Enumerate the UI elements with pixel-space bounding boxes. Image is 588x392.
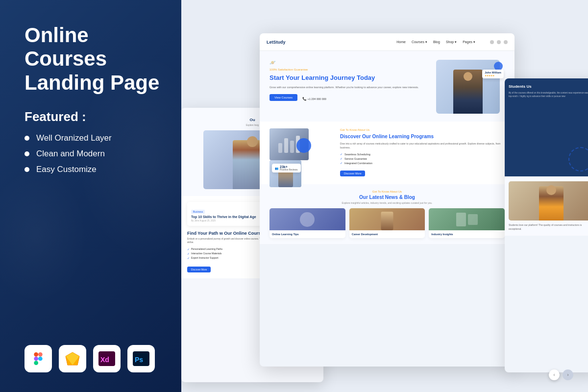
bullet-icon xyxy=(24,167,29,172)
nav-pages: Pages ▾ xyxy=(463,40,475,44)
svg-rect-0 xyxy=(34,352,38,357)
mockup-main: LetStudy Home Courses ▾ Blog Shop ▾ Page… xyxy=(260,33,514,367)
nav-icon-group xyxy=(490,40,508,44)
rm-light-section: Students love our platform! The quality … xyxy=(505,176,588,236)
main-title: Online Courses Landing Page xyxy=(24,24,162,95)
rm-title: Students Us xyxy=(509,84,588,89)
about-feature-2: ✓Service Guarantee xyxy=(340,157,505,160)
about-features: ✓Seamless Scheduling ✓Service Guarantee … xyxy=(340,152,505,165)
blog-title: Our Latest News & Blog xyxy=(270,195,505,200)
about-desc: Dive into a rich array of courses meticu… xyxy=(340,142,505,149)
nav-courses: Courses ▾ xyxy=(412,40,427,44)
user-nav-icon xyxy=(504,40,508,44)
blog-section: Get To Know About Us Our Latest News & B… xyxy=(260,184,514,244)
figma-tool-icon xyxy=(24,345,52,372)
blog-card-img-1 xyxy=(270,208,345,230)
nav-blog: Blog xyxy=(433,40,440,44)
about-right: Get To Know About Us Discover Our Online… xyxy=(340,128,505,177)
blog-card-img-3 xyxy=(429,208,505,230)
right-panel: Ou Explore Insig Business Top 10 Skills … xyxy=(181,0,588,392)
blog-tag: Get To Know About Us xyxy=(270,190,505,193)
about-title: Discover Our Online Learning Programs xyxy=(340,133,505,140)
pagination-dots: ‹ › xyxy=(549,369,573,380)
nav-logo: LetStudy xyxy=(267,40,286,45)
left-panel: Online Courses Landing Page Featured : W… xyxy=(0,0,181,392)
rm-desc: lify of the courses offered on this know… xyxy=(509,92,588,98)
bullet-icon xyxy=(24,136,29,141)
left-top: Online Courses Landing Page Featured : W… xyxy=(24,24,162,174)
svg-rect-3 xyxy=(34,361,38,365)
feature-list: Well Oranized Layer Clean and Modern Eas… xyxy=(24,133,162,174)
ps-tool-icon: Ps xyxy=(127,345,155,372)
hero-person-figure xyxy=(453,70,483,114)
featured-label: Featured : xyxy=(24,109,162,124)
hero-image xyxy=(436,60,500,114)
blog-desc: Explore insightful articles, industry tr… xyxy=(270,201,505,204)
stats-badge: 👥 23k+ Positive Reviews xyxy=(272,164,301,172)
mockup-right: Students Us lify of the courses offered … xyxy=(505,78,588,372)
lm-discover-btn[interactable]: Discover More xyxy=(187,267,211,272)
bell-nav-icon xyxy=(497,40,501,44)
about-section: 👥 23k+ Positive Reviews Get To Know Abou… xyxy=(260,122,514,184)
svg-point-4 xyxy=(38,357,43,361)
nav-shop: Shop ▾ xyxy=(446,40,457,44)
about-feature-1: ✓Seamless Scheduling xyxy=(340,152,505,156)
blog-card-3: Industry Insights xyxy=(429,208,505,238)
hero-phone: 📞 +1 234 000 000 xyxy=(302,97,326,101)
blog-card-title-1: Online Learning Tips xyxy=(272,233,343,236)
rm-person-image xyxy=(509,181,588,220)
hero-right: John William ★★★★★ xyxy=(436,60,505,114)
tool-icons: Xd Ps xyxy=(24,345,162,372)
about-images: 👥 23k+ Positive Reviews xyxy=(270,128,333,177)
hero-badge: 100% Satisfaction Guarantee xyxy=(270,68,430,71)
blog-card-2: Career Development xyxy=(349,208,425,238)
feature-item-3: Easy Customize xyxy=(24,165,162,174)
feature-item-1: Well Oranized Layer xyxy=(24,133,162,143)
search-nav-icon xyxy=(490,40,494,44)
svg-text:Xd: Xd xyxy=(100,356,109,364)
rm-light-text: Students love our platform! The quality … xyxy=(509,223,588,231)
mockup-nav: LetStudy Home Courses ▾ Blog Shop ▾ Page… xyxy=(260,33,514,51)
blog-card-img-2 xyxy=(349,208,425,230)
nav-links: Home Courses ▾ Blog Shop ▾ Pages ▾ xyxy=(396,40,475,44)
svg-rect-2 xyxy=(34,357,38,361)
about-feature-3: ✓Integrated Combination xyxy=(340,161,505,165)
about-discover-btn[interactable]: Discover More xyxy=(340,171,365,176)
left-content: Online Courses Landing Page Featured : W… xyxy=(24,24,162,180)
svg-text:Ps: Ps xyxy=(135,356,143,364)
blue-circle-accent xyxy=(296,138,311,153)
hero-title: Start Your Learning Journey Today xyxy=(270,74,430,82)
blog-card-title-2: Career Development xyxy=(352,233,423,236)
hero-cta-btn[interactable]: View Courses xyxy=(270,94,297,101)
bullet-icon xyxy=(24,151,29,156)
hero-section: 🪐 100% Satisfaction Guarantee Start Your… xyxy=(260,51,514,122)
feature-item-2: Clean and Modern xyxy=(24,149,162,159)
sketch-tool-icon xyxy=(59,345,86,372)
blog-cards: Online Learning Tips Career Development xyxy=(270,208,505,238)
blog-card-title-3: Industry Insights xyxy=(431,233,502,236)
hero-card-overlay: John William ★★★★★ xyxy=(482,70,504,78)
blog-card-1: Online Learning Tips xyxy=(270,208,345,238)
svg-rect-1 xyxy=(38,352,43,357)
nav-home: Home xyxy=(396,40,406,44)
prev-page-btn[interactable]: ‹ xyxy=(549,369,560,380)
hero-left: 🪐 100% Satisfaction Guarantee Start Your… xyxy=(270,60,430,114)
hero-desc: Grow with our comprehensive online learn… xyxy=(270,85,430,89)
lm-card-tag: Business xyxy=(191,210,205,214)
xd-tool-icon: Xd xyxy=(93,345,121,372)
about-tag: Get To Know About Us xyxy=(340,128,505,131)
next-page-btn[interactable]: › xyxy=(563,369,573,380)
